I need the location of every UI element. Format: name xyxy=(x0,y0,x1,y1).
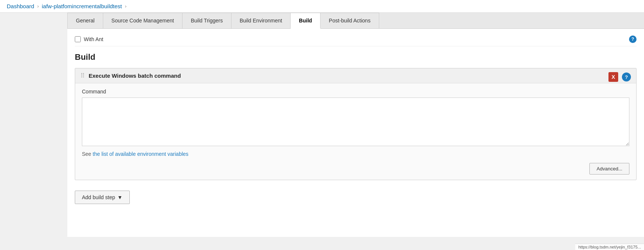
advanced-row: Advanced... xyxy=(82,163,629,175)
command-textarea[interactable] xyxy=(82,98,629,146)
breadcrumb-project[interactable]: iafw-platfomincrementalbuildtest xyxy=(42,3,122,9)
build-step-header: ⠿ Execute Windows batch command xyxy=(75,68,636,83)
delete-build-step-button[interactable]: X xyxy=(608,72,618,82)
command-field-label: Command xyxy=(82,89,629,95)
breadcrumb-sep-1: › xyxy=(37,3,39,9)
add-build-step-arrow-icon: ▼ xyxy=(117,194,123,200)
with-ant-checkbox[interactable] xyxy=(75,36,81,42)
content-area: With Ant ? Build ⠿ Execute Windows batch… xyxy=(67,29,644,216)
env-vars-link[interactable]: the list of available environment variab… xyxy=(93,151,188,157)
add-build-step-button[interactable]: Add build step ▼ xyxy=(75,191,130,204)
env-vars-prefix-text: See xyxy=(82,151,93,157)
drag-handle-icon[interactable]: ⠿ xyxy=(80,72,85,79)
with-ant-label: With Ant xyxy=(84,36,103,42)
env-vars-link-row: See the list of available environment va… xyxy=(82,151,629,157)
build-step-title: Execute Windows batch command xyxy=(89,72,181,79)
tab-post-build-actions[interactable]: Post-build Actions xyxy=(321,13,379,28)
tab-general[interactable]: General xyxy=(67,13,103,28)
tab-source-code-management[interactable]: Source Code Management xyxy=(103,13,183,28)
section-title: Build xyxy=(75,52,637,62)
tab-build-triggers[interactable]: Build Triggers xyxy=(183,13,231,28)
breadcrumb-dashboard[interactable]: Dashboard xyxy=(7,3,34,9)
build-step-card: ⠿ Execute Windows batch command X ? Comm… xyxy=(75,68,637,180)
build-step-help-button[interactable]: ? xyxy=(622,72,631,81)
advanced-button[interactable]: Advanced... xyxy=(589,163,629,175)
main-content: General Source Code Management Build Tri… xyxy=(67,13,644,237)
breadcrumb-sep-2: › xyxy=(125,3,126,9)
tabs-bar: General Source Code Management Build Tri… xyxy=(67,13,644,29)
breadcrumb: Dashboard › iafw-platfomincrementalbuild… xyxy=(0,0,644,13)
add-build-step-label: Add build step xyxy=(82,194,115,200)
with-ant-help-icon[interactable]: ? xyxy=(629,36,637,43)
tab-build[interactable]: Build xyxy=(291,13,321,29)
with-ant-row: With Ant ? xyxy=(75,33,637,46)
build-step-body: Command See the list of available enviro… xyxy=(75,83,636,180)
add-build-step-area: Add build step ▼ xyxy=(75,186,637,209)
tab-build-environment[interactable]: Build Environment xyxy=(231,13,291,28)
